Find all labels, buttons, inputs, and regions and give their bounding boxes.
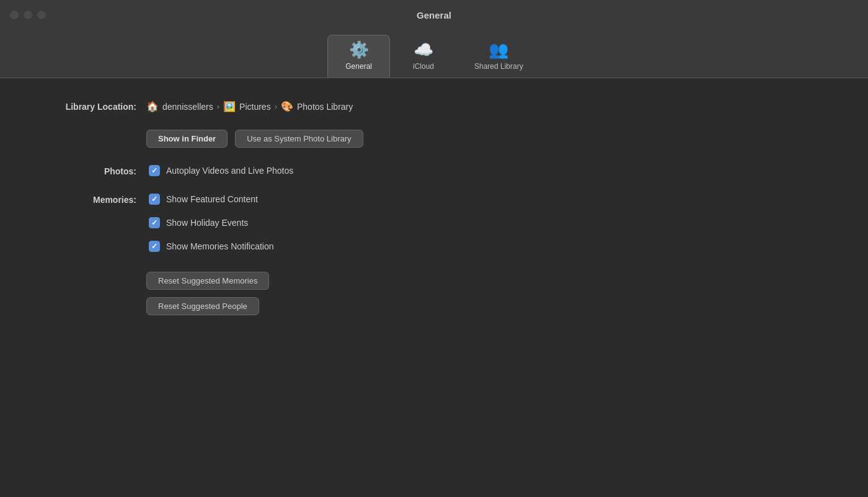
window-controls [10, 11, 46, 19]
holiday-events-checkbox[interactable] [149, 217, 160, 228]
tab-general[interactable]: ⚙️ General [327, 35, 390, 78]
featured-content-row: Show Featured Content [149, 194, 274, 205]
reset-suggested-memories-button[interactable]: Reset Suggested Memories [146, 272, 269, 290]
tab-shared-library-label: Shared Library [474, 62, 523, 71]
breadcrumb-user: dennissellers [162, 102, 213, 112]
autoplay-row: Autoplay Videos and Live Photos [149, 165, 293, 176]
memories-buttons: Reset Suggested Memories Reset Suggested… [146, 272, 831, 315]
gear-icon: ⚙️ [349, 40, 369, 60]
featured-content-label: Show Featured Content [166, 194, 258, 204]
use-as-system-photo-library-button[interactable]: Use as System Photo Library [235, 130, 363, 148]
cloud-icon: ☁️ [414, 40, 433, 60]
tab-shared-library[interactable]: 👥 Shared Library [457, 35, 541, 77]
library-buttons-row: Show in Finder Use as System Photo Libra… [146, 130, 831, 148]
window-title: General [417, 10, 451, 20]
tab-icloud-label: iCloud [413, 62, 434, 71]
tab-general-label: General [345, 62, 372, 71]
breadcrumb-photos-library: Photos Library [297, 102, 353, 112]
reset-suggested-people-button[interactable]: Reset Suggested People [146, 297, 259, 315]
memories-notification-row: Show Memories Notification [149, 241, 274, 252]
library-location-row: Library Location: 🏠 dennissellers › 🖼️ P… [37, 101, 831, 112]
main-content: Library Location: 🏠 dennissellers › 🖼️ P… [0, 78, 868, 497]
memories-label: Memories: [37, 194, 136, 252]
people-icon: 👥 [489, 40, 508, 60]
breadcrumb-sep-2: › [275, 102, 277, 111]
photos-checkboxes: Autoplay Videos and Live Photos [149, 165, 293, 176]
show-in-finder-button[interactable]: Show in Finder [146, 130, 228, 148]
memories-section: Memories: Show Featured Content Show Hol… [37, 194, 831, 252]
photos-section: Photos: Autoplay Videos and Live Photos [37, 165, 831, 176]
breadcrumb-sep-1: › [217, 102, 219, 111]
autoplay-label: Autoplay Videos and Live Photos [166, 166, 293, 176]
home-icon: 🏠 [146, 101, 159, 112]
breadcrumb-pictures: Pictures [239, 102, 271, 112]
memories-notification-checkbox[interactable] [149, 241, 160, 252]
library-location-label: Library Location: [37, 102, 136, 112]
photos-label: Photos: [37, 165, 136, 176]
featured-content-checkbox[interactable] [149, 194, 160, 205]
pictures-folder-icon: 🖼️ [223, 101, 236, 112]
title-bar: General [0, 0, 868, 30]
close-button[interactable] [10, 11, 19, 19]
photos-library-icon: 🎨 [281, 101, 293, 112]
minimize-button[interactable] [24, 11, 32, 19]
holiday-events-row: Show Holiday Events [149, 217, 274, 228]
tab-icloud[interactable]: ☁️ iCloud [392, 35, 454, 77]
holiday-events-label: Show Holiday Events [166, 218, 248, 228]
memories-checkboxes: Show Featured Content Show Holiday Event… [149, 194, 274, 252]
toolbar: ⚙️ General ☁️ iCloud 👥 Shared Library [0, 30, 868, 78]
memories-notification-label: Show Memories Notification [166, 241, 274, 251]
breadcrumb-path: 🏠 dennissellers › 🖼️ Pictures › 🎨 Photos… [146, 101, 353, 112]
maximize-button[interactable] [37, 11, 46, 19]
autoplay-checkbox[interactable] [149, 165, 160, 176]
